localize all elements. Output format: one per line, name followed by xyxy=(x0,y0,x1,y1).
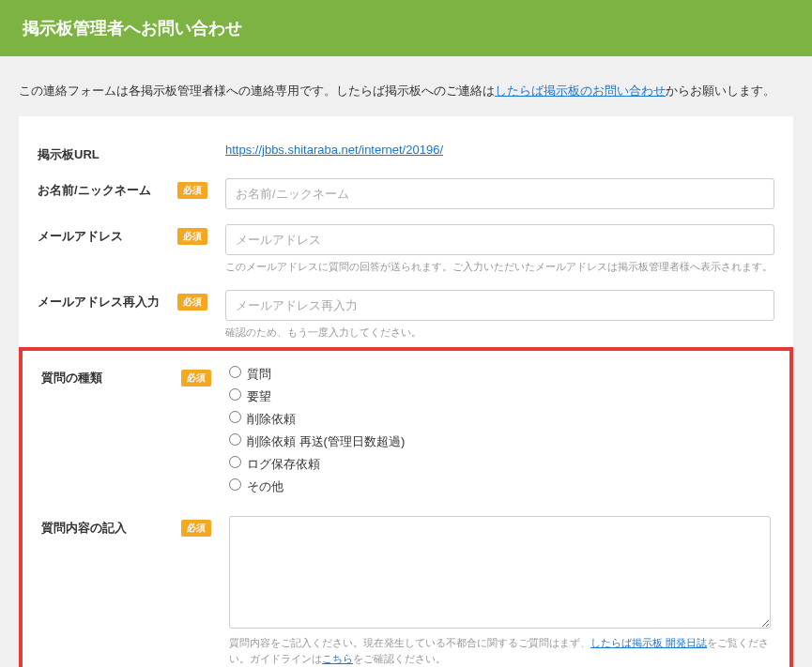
row-email: メールアドレス 必須 このメールアドレスに質問の回答が送られます。ご入力いただい… xyxy=(19,217,793,282)
required-badge: 必須 xyxy=(181,520,211,537)
page-title: 掲示板管理者へお問い合わせ xyxy=(23,19,242,38)
radio-input[interactable] xyxy=(229,478,241,491)
row-url: 掲示板URL https://jbbs.shitaraba.net/intern… xyxy=(19,135,793,171)
radio-group-question-type: 質問 要望 削除依頼 削除依頼 再送(管理日数超過) ログ保存依頼 その他 xyxy=(229,366,771,495)
radio-option[interactable]: その他 xyxy=(229,478,771,495)
required-badge: 必須 xyxy=(177,294,207,311)
radio-label: 削除依頼 xyxy=(247,412,296,426)
row-name: お名前/ニックネーム 必須 xyxy=(19,171,793,217)
label-email-confirm: メールアドレス再入力 xyxy=(38,294,160,311)
radio-label: 削除依頼 再送(管理日数超過) xyxy=(247,434,405,448)
label-question-type: 質問の種類 xyxy=(41,370,102,387)
intro-prefix: この連絡フォームは各掲示板管理者様への連絡専用です。したらば掲示板へのご連絡は xyxy=(19,83,495,98)
intro-suffix: からお願いします。 xyxy=(666,83,775,98)
radio-input[interactable] xyxy=(229,411,241,423)
content-textarea[interactable] xyxy=(229,516,771,629)
radio-label: その他 xyxy=(247,479,283,493)
row-content: 質問内容の記入 必須 質問内容をご記入ください。現在発生している不都合に関するご… xyxy=(23,508,789,667)
page-header: 掲示板管理者へお問い合わせ xyxy=(0,0,812,56)
radio-label: ログ保存依頼 xyxy=(247,457,320,471)
radio-label: 要望 xyxy=(247,389,271,403)
highlight-box: 質問の種類 必須 質問 要望 削除依頼 削除依頼 再送(管理日数超過) ログ保存… xyxy=(19,347,793,667)
radio-input[interactable] xyxy=(229,456,241,468)
radio-option[interactable]: 要望 xyxy=(229,388,771,405)
dev-diary-link[interactable]: したらば掲示板 開発日誌 xyxy=(590,637,707,648)
radio-input[interactable] xyxy=(229,388,241,401)
required-badge: 必須 xyxy=(177,228,207,245)
content-help: 質問内容をご記入ください。現在発生している不都合に関するご質問はまず、したらば掲… xyxy=(229,635,771,666)
guideline-link[interactable]: こちら xyxy=(322,653,353,664)
row-email-confirm: メールアドレス再入力 必須 確認のため、もう一度入力してください。 xyxy=(19,282,793,348)
required-badge: 必須 xyxy=(181,370,211,387)
email-confirm-input[interactable] xyxy=(225,290,774,321)
radio-input[interactable] xyxy=(229,366,241,378)
name-input[interactable] xyxy=(225,178,774,209)
intro-link[interactable]: したらば掲示板のお問い合わせ xyxy=(495,83,666,98)
radio-option[interactable]: ログ保存依頼 xyxy=(229,456,771,473)
radio-option[interactable]: 質問 xyxy=(229,366,771,383)
email-confirm-help: 確認のため、もう一度入力してください。 xyxy=(225,325,774,341)
radio-option[interactable]: 削除依頼 xyxy=(229,411,771,428)
label-content: 質問内容の記入 xyxy=(41,520,127,537)
intro-text: この連絡フォームは各掲示板管理者様への連絡専用です。したらば掲示板へのご連絡はし… xyxy=(0,56,812,116)
email-help: このメールアドレスに質問の回答が送られます。ご入力いただいたメールアドレスは掲示… xyxy=(225,259,774,275)
label-email: メールアドレス xyxy=(38,228,123,245)
radio-input[interactable] xyxy=(229,433,241,446)
board-url-link[interactable]: https://jbbs.shitaraba.net/internet/2019… xyxy=(225,143,443,157)
label-name: お名前/ニックネーム xyxy=(38,182,151,199)
form-panel: 掲示板URL https://jbbs.shitaraba.net/intern… xyxy=(19,116,793,667)
row-question-type: 質問の種類 必須 質問 要望 削除依頼 削除依頼 再送(管理日数超過) ログ保存… xyxy=(23,358,789,508)
email-input[interactable] xyxy=(225,224,774,255)
required-badge: 必須 xyxy=(177,182,207,199)
label-url: 掲示板URL xyxy=(38,146,100,163)
radio-label: 質問 xyxy=(247,367,271,381)
radio-option[interactable]: 削除依頼 再送(管理日数超過) xyxy=(229,433,771,450)
